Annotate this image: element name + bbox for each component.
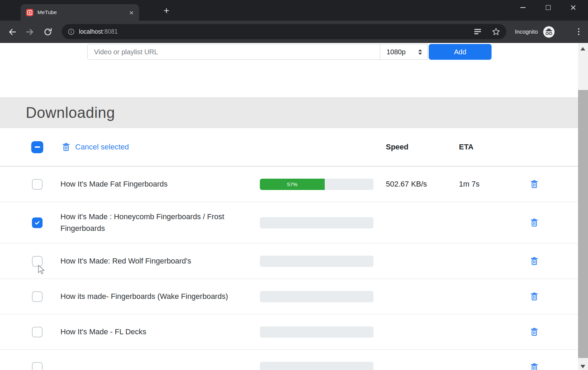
delete-download-button[interactable] [529,218,539,227]
row-checkbox[interactable] [32,291,43,302]
tab-metube[interactable]: MeTube × [21,4,139,21]
check-icon [34,220,40,226]
progress-bar [260,326,373,338]
address-bar[interactable]: localhost:8081 [62,24,506,39]
progress-bar [260,362,373,370]
progress-bar [260,256,373,267]
trash-icon [61,143,71,152]
list-header-row: Cancel selected Speed ETA [0,128,578,167]
cancel-selected-button[interactable]: Cancel selected [61,143,260,152]
trash-icon [530,363,539,370]
download-row: How its made- Fingerboards (Wake Fingerb… [0,279,578,314]
metube-page: Video or playlist URL 1080p Add Download… [0,43,578,370]
scroll-down-icon[interactable] [580,365,585,368]
row-checkbox[interactable] [32,217,43,228]
quality-value: 1080p [387,48,406,56]
incognito-label: Incognito [515,29,538,35]
section-title: Downloading [26,104,115,121]
delete-download-button[interactable] [529,256,539,266]
url-host: localhost [79,28,103,35]
page-scrollbar[interactable] [578,43,588,370]
download-row: How It's Made - FL Decks [0,314,578,350]
video-url-input[interactable]: Video or playlist URL [87,44,380,60]
scrollbar-thumb[interactable] [578,90,588,358]
metube-favicon-icon [26,9,33,16]
trash-icon [530,180,539,189]
quality-select[interactable]: 1080p [380,44,428,60]
trash-icon [530,257,539,266]
speed-column-header: Speed [386,143,459,152]
eta-column-header: ETA [459,143,529,152]
tab-title: MeTube [37,9,57,15]
download-speed: 502.67 KB/s [386,180,459,189]
download-title: How its made- Fingerboards (Wake Fingerb… [60,291,240,302]
incognito-avatar-icon[interactable] [543,26,555,38]
bookmark-star-icon[interactable] [492,27,500,36]
forward-icon[interactable] [25,27,35,37]
select-spinner-icon [418,49,423,55]
url-text[interactable]: localhost:8081 [79,28,118,35]
delete-download-button[interactable] [529,179,539,189]
reload-icon[interactable] [43,27,53,36]
row-checkbox[interactable] [32,179,43,190]
download-title: How It's Made - FL Decks [60,326,240,338]
progress-bar: 57% [260,179,373,190]
download-title: How it's Made : Honeycomb Fingerboards /… [60,211,240,234]
download-row: How It's Made Fat Fingerboards 57% 502.6… [0,167,578,202]
browser-toolbar: localhost:8081 Incognito [0,21,588,43]
delete-download-button[interactable] [529,292,539,301]
delete-download-button[interactable] [529,362,539,370]
delete-download-button[interactable] [529,327,539,337]
site-info-icon[interactable] [68,29,74,35]
download-row [0,350,578,370]
url-port: :8081 [103,28,118,35]
row-checkbox[interactable] [32,327,43,337]
progress-bar [260,291,373,302]
tab-strip: MeTube × + [0,0,588,21]
download-eta: 1m 7s [459,180,529,189]
download-row: How it's Made : Honeycomb Fingerboards /… [0,202,578,244]
row-checkbox[interactable] [32,256,43,267]
browser-menu-icon[interactable] [572,25,586,38]
row-checkbox[interactable] [32,362,43,370]
progress-percent-label: 57% [287,181,297,187]
indeterminate-minus-icon [35,146,40,148]
select-all-checkbox[interactable] [31,141,43,153]
download-title: How It's Made Fat Fingerboards [60,178,240,190]
reading-list-icon[interactable] [474,28,482,35]
close-button[interactable] [561,0,586,15]
new-tab-button[interactable]: + [161,5,172,16]
download-row: How It's Made: Red Wolf Fingerboard's [0,244,578,279]
download-title: How It's Made: Red Wolf Fingerboard's [60,255,240,267]
minimize-button[interactable] [510,0,535,15]
trash-icon [530,218,539,227]
cancel-selected-label: Cancel selected [75,143,129,152]
downloads-list: Cancel selected Speed ETA How It's Made … [0,128,578,370]
progress-bar [260,217,373,228]
window-controls [510,0,586,15]
back-icon[interactable] [8,27,17,37]
tab-close-icon[interactable]: × [129,9,134,16]
browser-window: MeTube × + localh [0,0,588,370]
scroll-up-icon[interactable] [580,47,585,51]
trash-icon [530,327,539,337]
progress-bar-fill: 57% [260,179,325,190]
downloading-section-header: Downloading [0,97,578,128]
maximize-button[interactable] [535,0,561,15]
trash-icon [530,292,539,301]
add-button[interactable]: Add [429,44,492,60]
